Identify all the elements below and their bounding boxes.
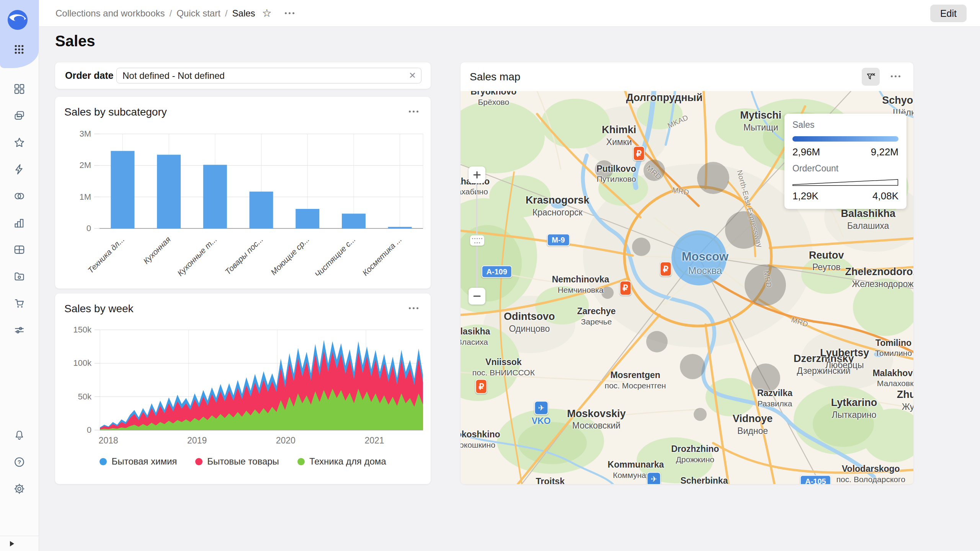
sales-by-week-card: 2018201920202021150k100k50k0 Sales by we…	[55, 293, 431, 484]
airport-icon: ✈	[534, 401, 548, 415]
breadcrumb-quick-start[interactable]: Quick start	[176, 8, 220, 19]
sidebar-item-quick-actions[interactable]	[0, 156, 39, 183]
map-place-label: TomilinoТомилино	[875, 337, 912, 358]
sidebar-item-storage[interactable]	[0, 263, 39, 290]
map-place-label: BalashikhaБалашиха	[841, 207, 895, 231]
svg-text:Косметика ...: Косметика ...	[361, 235, 403, 277]
road-name-label: MRD	[645, 163, 663, 181]
map-place-label: KrasnogorskКрасногорск	[526, 194, 590, 218]
road-name-label: North-East Expressway	[735, 169, 764, 249]
svg-text:Кухонная: Кухонная	[142, 235, 172, 266]
apps-grid-icon[interactable]	[11, 41, 28, 58]
map-place-label: ReutovРеутов	[809, 249, 844, 273]
map-place-label: VlasikhaВласиха	[461, 326, 490, 347]
airport-code-label: VKO	[532, 416, 551, 426]
edit-button[interactable]: Edit	[930, 5, 967, 22]
metro-ruble-icon: ₽	[660, 262, 671, 277]
subcategory-chart-menu-icon[interactable]	[406, 108, 421, 116]
breadcrumb-separator: /	[225, 8, 228, 19]
legend-label: Бытовая химия	[111, 456, 177, 467]
sidebar-item-dashboards[interactable]	[0, 236, 39, 263]
breadcrumb: Collections and workbooks / Quick start …	[56, 8, 255, 19]
map-place-label: BryokhovoБрёхово	[470, 91, 516, 107]
map-place-label: MoscowМосква	[682, 249, 728, 277]
app-root: ? Collections and workbooks / Quick star…	[0, 0, 980, 551]
sales-by-subcategory-card: 3M2M1M0Техника дл...КухоннаяКухонные т..…	[55, 97, 431, 289]
remove-filter-button[interactable]	[862, 68, 880, 86]
svg-text:2019: 2019	[187, 435, 207, 445]
svg-text:50k: 50k	[78, 392, 92, 401]
favorite-star-icon[interactable]: ☆	[262, 8, 272, 19]
order-date-input[interactable]	[116, 68, 421, 83]
metro-ruble-icon: ₽	[475, 379, 487, 394]
svg-text:2018: 2018	[98, 435, 118, 445]
map-place-label: KhimkiХимки	[602, 124, 636, 148]
map-place-label: OdintsovoОдинцово	[504, 310, 555, 334]
filter-input-wrap: ✕	[116, 68, 421, 83]
sidebar-footer	[0, 536, 39, 551]
breadcrumb-collections[interactable]: Collections and workbooks	[56, 8, 165, 19]
ordercount-ramp-icon	[792, 179, 898, 186]
road-name-label: MRD	[762, 270, 773, 289]
sidebar-nav	[0, 75, 39, 343]
legend-sales-label: Sales	[792, 120, 898, 130]
zoom-out-button[interactable]	[469, 288, 485, 305]
sidebar-item-service-settings[interactable]	[0, 316, 39, 343]
page-title: Sales	[55, 33, 95, 50]
breadcrumb-more-icon[interactable]	[282, 9, 297, 17]
zoom-slider-handle[interactable]	[470, 235, 484, 246]
svg-text:100k: 100k	[73, 358, 92, 368]
svg-text:2020: 2020	[276, 435, 296, 445]
notifications-bell-icon[interactable]	[0, 422, 39, 448]
sales-min-value: 2,96M	[792, 146, 820, 158]
clear-filter-icon[interactable]: ✕	[409, 70, 416, 81]
map-place-label: PutilkovoПутилково	[596, 163, 636, 184]
week-chart-legend: Бытовая химияБытовые товарыТехника для д…	[55, 456, 431, 467]
subcategory-chart-title: Sales by subcategory	[64, 106, 167, 118]
order-date-filter-card: Order date ✕	[55, 62, 431, 89]
svg-text:2M: 2M	[79, 160, 91, 170]
map-place-label: RazvilkaРазвилка	[757, 388, 792, 409]
map-place-label: ZhukovskyЖуковский	[897, 388, 913, 412]
datalens-logo-icon	[8, 10, 28, 30]
week-chart-menu-icon[interactable]	[406, 304, 421, 312]
map-place-label: Долгопрудный	[626, 92, 702, 105]
airport-icon: ✈	[647, 472, 661, 484]
sidebar-item-charts[interactable]	[0, 209, 39, 236]
sidebar-item-connections[interactable]	[0, 183, 39, 209]
top-bar: Collections and workbooks / Quick start …	[39, 0, 980, 27]
map-place-label: Volodarskogoпос. Володарского	[836, 463, 905, 484]
map-place-label: LyubertsyЛюберцы	[820, 347, 869, 371]
legend-dot-icon	[195, 458, 203, 465]
sidebar-item-all-objects[interactable]	[0, 75, 39, 102]
legend-ordercount-label: OrderCount	[792, 163, 898, 174]
road-name-label: MRD	[790, 315, 809, 329]
breadcrumb-current: Sales	[232, 8, 255, 19]
legend-dot-icon	[100, 458, 107, 465]
legend-item[interactable]: Техника для дома	[297, 456, 386, 467]
legend-label: Техника для дома	[309, 456, 386, 467]
week-area-chart: 2018201920202021150k100k50k0	[55, 293, 431, 454]
legend-item[interactable]: Бытовая химия	[100, 456, 177, 467]
funnel-x-icon	[866, 72, 876, 82]
sidebar-item-favorites[interactable]	[0, 129, 39, 156]
svg-text:2021: 2021	[364, 435, 384, 445]
settings-gear-icon[interactable]	[0, 475, 39, 502]
map-can[interactable]: BryokhovoБрёховоДолгопрудныйMytischiМыти…	[461, 91, 913, 484]
expand-sidebar-icon[interactable]	[10, 541, 14, 546]
help-icon[interactable]: ?	[0, 448, 39, 475]
zoom-in-button[interactable]	[469, 166, 485, 183]
svg-text:Товары пос...: Товары пос...	[223, 235, 265, 276]
map-menu-icon[interactable]	[888, 72, 903, 80]
map-place-label: ScherbinkaЩербинка	[680, 475, 728, 484]
sidebar-item-marketplace[interactable]	[0, 290, 39, 316]
map-place-label: ZarechyeЗаречье	[577, 306, 616, 327]
map-title: Sales map	[470, 62, 520, 91]
breadcrumb-separator: /	[169, 8, 172, 19]
legend-item[interactable]: Бытовые товары	[195, 456, 279, 467]
map-legend: Sales 2,96M 9,22M OrderCount 1,29K 4,08K	[784, 114, 906, 209]
sidebar-item-collections[interactable]	[0, 102, 39, 129]
subcategory-bar-chart: 3M2M1M0Техника дл...КухоннаяКухонные т..…	[55, 97, 431, 277]
metro-ruble-icon: ₽	[619, 280, 631, 295]
datalens-logo[interactable]	[8, 10, 28, 30]
